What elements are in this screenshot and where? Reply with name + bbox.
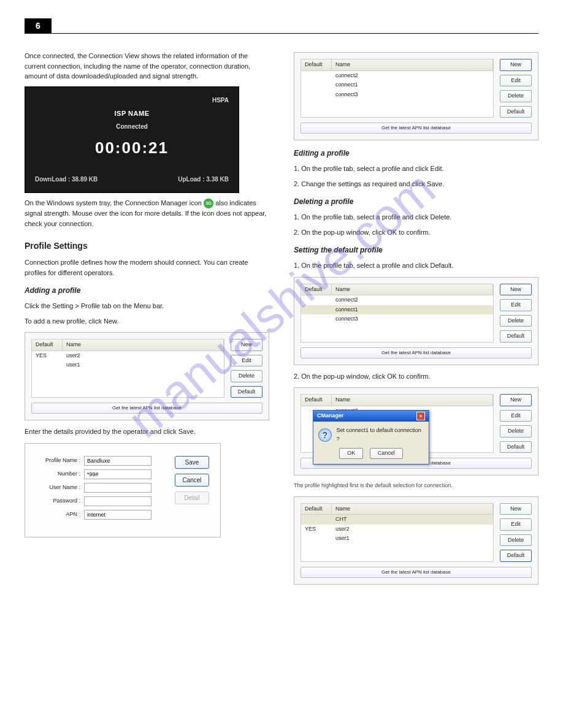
table-row[interactable]: connect3 xyxy=(301,90,493,100)
tray-3g-icon xyxy=(204,199,213,208)
new-button[interactable]: New xyxy=(231,339,262,351)
new-button[interactable]: New xyxy=(500,503,532,515)
cell-name: connect1 xyxy=(332,305,493,315)
edit-button[interactable]: Edit xyxy=(500,299,532,311)
delete-button[interactable]: Delete xyxy=(500,90,532,102)
edit-button[interactable]: Edit xyxy=(500,75,532,87)
profile-table: Default Name YES user2 user1 xyxy=(31,339,224,398)
cell-name: user2 xyxy=(332,525,493,534)
delete-button[interactable]: Delete xyxy=(231,370,262,382)
cancel-button[interactable]: Cancel xyxy=(175,474,209,487)
delete-step-2: 2. On the pop-up window, click OK to con… xyxy=(294,227,538,238)
columns: Once connected, the Connection View show… xyxy=(25,46,538,591)
delete-button[interactable]: Delete xyxy=(500,534,532,547)
close-icon[interactable]: × xyxy=(416,412,425,420)
cell-default xyxy=(301,515,332,525)
table-row[interactable]: YES user2 xyxy=(32,351,224,361)
dialog-message: Set connect1 to default connection ? xyxy=(337,427,424,443)
password-input[interactable] xyxy=(84,496,151,506)
confirm-dialog: CManager × ? Set connect1 to default con… xyxy=(313,410,429,464)
profile-table: Default Name CHT YES user2 xyxy=(301,503,494,562)
cell-name: connect3 xyxy=(332,314,493,324)
edit-button[interactable]: Edit xyxy=(231,355,262,367)
new-button[interactable]: New xyxy=(500,59,532,71)
number-input[interactable] xyxy=(84,469,151,479)
button-column: New Edit Delete Default xyxy=(231,339,262,398)
table-row[interactable]: YES user2 xyxy=(301,525,493,534)
left-column: Once connected, the Connection View show… xyxy=(25,46,269,591)
table-row[interactable]: user1 xyxy=(32,360,224,370)
button-column: New Edit Delete Default xyxy=(500,503,532,562)
col-default: Default xyxy=(301,59,332,70)
cell-default xyxy=(301,90,332,100)
username-input[interactable] xyxy=(84,483,151,493)
col-name: Name xyxy=(63,339,224,351)
cell-name: connect1 xyxy=(332,80,493,90)
detail-button: Detail xyxy=(175,491,209,504)
cell-name: user1 xyxy=(63,360,224,370)
table-row[interactable]: connect2 xyxy=(301,295,493,305)
apn-database-button[interactable]: Get the latest APN list database xyxy=(301,347,532,358)
cell-name: user1 xyxy=(332,534,493,544)
button-column: New Edit Delete Default xyxy=(500,284,532,343)
col-default: Default xyxy=(301,284,332,295)
col-name: Name xyxy=(332,504,493,515)
network-type: HSPA xyxy=(35,96,229,105)
dialog-titlebar: CManager × xyxy=(313,411,429,422)
cell-default xyxy=(301,71,332,81)
edit-step-1: 1. On the profile tab, select a profile … xyxy=(294,164,538,174)
profile-name-input[interactable] xyxy=(84,456,151,466)
profile-table: Default Name connect2 connect1 xyxy=(301,284,494,343)
edit-button[interactable]: Edit xyxy=(500,518,532,531)
delete-button[interactable]: Delete xyxy=(500,315,532,327)
intro-text-1: Once connected, the Connection View show… xyxy=(25,51,269,82)
cell-name: CHT xyxy=(332,515,493,525)
cell-default xyxy=(301,305,332,315)
new-button[interactable]: New xyxy=(500,284,532,296)
cell-name: connect2 xyxy=(332,295,493,305)
default-button[interactable]: Default xyxy=(500,106,532,118)
edit-step-2: 2. Change the settings as required and c… xyxy=(294,179,538,189)
question-icon: ? xyxy=(318,428,332,442)
table-row[interactable]: user1 xyxy=(301,534,493,544)
cell-default: YES xyxy=(32,351,63,361)
cancel-button[interactable]: Cancel xyxy=(370,448,403,459)
connection-duration: 00:00:21 xyxy=(35,136,229,160)
save-button[interactable]: Save xyxy=(175,456,209,469)
profile-name-label: Profile Name : xyxy=(36,457,80,465)
cell-default xyxy=(301,80,332,90)
tray-text-1: On the Windows system tray, the Connecti… xyxy=(25,199,202,207)
table-row[interactable]: connect2 xyxy=(301,71,493,81)
download-stat: DownLoad : 38.89 KB xyxy=(35,175,98,184)
apn-input[interactable] xyxy=(84,510,151,520)
tray-note: On the Windows system tray, the Connecti… xyxy=(25,198,269,229)
table-row[interactable]: connect3 xyxy=(301,314,493,324)
table-row[interactable]: connect1 xyxy=(301,80,493,90)
default-button[interactable]: Default xyxy=(500,441,532,453)
profile-table: Default Name connect2 connect1 xyxy=(301,59,494,118)
delete-button[interactable]: Delete xyxy=(500,425,532,438)
apn-database-button[interactable]: Get the latest APN list database xyxy=(301,123,532,134)
isp-connection-widget: HSPA ISP NAME Connected 00:00:21 DownLoa… xyxy=(25,86,239,194)
profile-intro: Connection profile defines how the modem… xyxy=(25,257,269,278)
default-button[interactable]: Default xyxy=(231,386,262,398)
step-p1b: To add a new profile, click New. xyxy=(25,316,269,327)
default-profile-subtitle: Setting the default profile xyxy=(294,245,538,256)
right-column: Default Name connect2 connect1 xyxy=(294,46,538,591)
col-default: Default xyxy=(301,395,332,406)
col-default: Default xyxy=(32,339,63,351)
cell-default: YES xyxy=(301,525,332,534)
edit-button[interactable]: Edit xyxy=(500,410,532,422)
table-row[interactable]: connect1 xyxy=(301,305,493,315)
ok-button[interactable]: OK xyxy=(339,448,363,459)
default-note: The profile highlighted first is the def… xyxy=(294,482,538,490)
default-button[interactable]: Default xyxy=(500,550,532,562)
table-row[interactable]: CHT xyxy=(301,515,493,525)
new-button[interactable]: New xyxy=(500,394,532,406)
password-label: Password : xyxy=(36,497,80,506)
default-button[interactable]: Default xyxy=(500,330,532,343)
apn-database-button[interactable]: Get the latest APN list database xyxy=(31,403,262,414)
apn-database-button[interactable]: Get the latest APN list database xyxy=(301,567,532,578)
header-bar: 6 xyxy=(25,18,538,34)
dialog-title: CManager xyxy=(317,412,344,420)
